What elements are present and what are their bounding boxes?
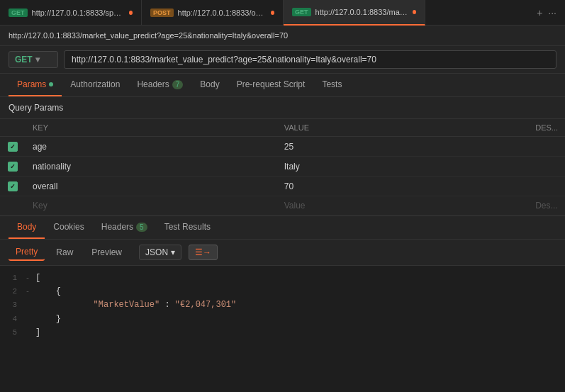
response-toolbar: Pretty Raw Preview JSON ▾ ☰→	[0, 240, 565, 266]
tab-prerequest[interactable]: Pre-request Script	[228, 74, 314, 96]
resp-tab-pretty[interactable]: Pretty	[9, 244, 45, 261]
more-tabs-button[interactable]: ···	[548, 7, 556, 18]
url-input[interactable]	[64, 50, 556, 69]
line-content-1: [	[35, 271, 565, 285]
line-arrow-4	[26, 314, 35, 325]
line-num-1: 1	[0, 272, 26, 285]
line-arrow-5	[26, 327, 35, 339]
col-desc-header: DES...	[528, 119, 565, 137]
tab2-method-badge: POST	[150, 9, 174, 17]
tab-params-label: Params	[17, 79, 46, 89]
response-tab-test-results-label: Test Results	[164, 222, 211, 232]
response-tab-cookies[interactable]: Cookies	[45, 216, 92, 239]
response-tab-headers-label: Headers	[101, 222, 133, 232]
row4-checkbox-cell	[0, 196, 26, 215]
tab2-dot	[271, 11, 274, 15]
row1-checkbox-cell[interactable]	[0, 137, 26, 157]
line-num-4: 4	[0, 313, 26, 326]
row1-desc[interactable]	[528, 137, 565, 157]
row2-checkbox-cell[interactable]	[0, 157, 26, 177]
response-tab-body-label: Body	[17, 222, 36, 232]
row1-value[interactable]: 25	[277, 137, 528, 157]
row4-key-placeholder[interactable]: Key	[26, 196, 277, 215]
wrap-icon: ☰→	[195, 247, 211, 257]
tab-3[interactable]: GET http://127.0.0.1:8833/market_val	[284, 0, 425, 26]
full-url-bar: http://127.0.0.1:8833/market_value_predi…	[0, 26, 565, 46]
row2-desc[interactable]	[528, 157, 565, 177]
table-row: age 25	[0, 137, 565, 157]
tab3-dot	[413, 10, 416, 14]
tab3-method-badge: GET	[292, 8, 311, 16]
tab-params[interactable]: Params	[9, 74, 62, 96]
response-tabs: Body Cookies Headers 5 Test Results	[0, 215, 565, 240]
table-row: nationality Italy	[0, 157, 565, 177]
row2-key[interactable]: nationality	[26, 157, 277, 177]
tab-bar: GET http://127.0.0.1:8833/spots/192C POS…	[0, 0, 565, 26]
row4-value-placeholder[interactable]: Value	[277, 196, 528, 215]
method-chevron: ▾	[35, 55, 40, 65]
tab-tests[interactable]: Tests	[313, 74, 350, 96]
tab-actions: + ···	[528, 7, 565, 18]
method-select[interactable]: GET ▾	[9, 51, 58, 68]
response-headers-badge: 5	[136, 223, 147, 232]
tab-headers-label: Headers	[137, 79, 169, 89]
row1-key[interactable]: age	[26, 137, 277, 157]
format-chevron: ▾	[171, 247, 175, 257]
method-label: GET	[15, 55, 33, 65]
row3-checkbox[interactable]	[8, 181, 18, 191]
response-tab-cookies-label: Cookies	[53, 222, 84, 232]
tab-body-label: Body	[200, 79, 219, 89]
wrap-button[interactable]: ☰→	[189, 245, 218, 260]
tab1-label: http://127.0.0.1:8833/spots/192C	[32, 9, 125, 17]
line-content-4: }	[35, 313, 565, 326]
col-value-header: VALUE	[277, 119, 528, 137]
tab-prerequest-label: Pre-request Script	[237, 79, 306, 89]
response-tab-test-results[interactable]: Test Results	[156, 216, 219, 239]
row3-key[interactable]: overall	[26, 177, 277, 196]
row1-checkbox[interactable]	[8, 142, 18, 152]
format-select[interactable]: JSON ▾	[139, 245, 181, 260]
row2-value[interactable]: Italy	[277, 157, 528, 177]
tab1-method-badge: GET	[9, 9, 28, 17]
full-url-text: http://127.0.0.1:8833/market_value_predi…	[9, 31, 288, 40]
code-line-2: 2 - {	[0, 285, 565, 298]
line-content-3: "MarketValue" : "€2,047,301"	[35, 298, 565, 312]
code-line-1: 1 - [	[0, 271, 565, 285]
tab-body[interactable]: Body	[191, 74, 228, 96]
nav-tabs: Params Authorization Headers 7 Body Pre-…	[0, 74, 565, 97]
line-arrow-2: -	[26, 286, 35, 298]
response-tab-body[interactable]: Body	[9, 216, 45, 239]
code-line-5: 5 ]	[0, 326, 565, 340]
row3-desc[interactable]	[528, 177, 565, 196]
tab-headers[interactable]: Headers 7	[128, 74, 191, 96]
tab1-dot	[129, 11, 133, 15]
line-num-2: 2	[0, 286, 26, 298]
row3-value[interactable]: 70	[277, 177, 528, 196]
params-table: KEY VALUE DES... age 25 nationality Ital…	[0, 119, 565, 215]
tab-2[interactable]: POST http://127.0.0.1:8833/optimize/	[142, 0, 284, 26]
response-key: "MarketValue"	[52, 300, 160, 310]
tab-1[interactable]: GET http://127.0.0.1:8833/spots/192C	[0, 0, 142, 26]
tab3-label: http://127.0.0.1:8833/market_val	[315, 8, 408, 16]
row2-checkbox[interactable]	[8, 162, 18, 172]
code-line-3: 3 "MarketValue" : "€2,047,301"	[0, 298, 565, 312]
format-label: JSON	[145, 247, 168, 257]
line-num-5: 5	[0, 327, 26, 340]
resp-tab-preview[interactable]: Preview	[84, 245, 129, 260]
response-value: "€2,047,301"	[175, 300, 236, 310]
line-num-3: 3	[0, 299, 26, 312]
resp-tab-raw[interactable]: Raw	[49, 245, 80, 260]
tab-authorization[interactable]: Authorization	[62, 74, 128, 96]
add-tab-button[interactable]: +	[537, 7, 542, 18]
row3-checkbox-cell[interactable]	[0, 177, 26, 196]
code-line-4: 4 }	[0, 313, 565, 326]
line-content-2: {	[35, 285, 565, 298]
response-tab-headers[interactable]: Headers 5	[93, 216, 156, 239]
table-row-placeholder: Key Value Des...	[0, 196, 565, 215]
line-content-5: ]	[35, 326, 565, 340]
col-key-header: KEY	[26, 119, 277, 137]
headers-badge: 7	[172, 80, 184, 89]
tab-tests-label: Tests	[322, 79, 342, 89]
tab-authorization-label: Authorization	[70, 79, 120, 89]
row4-desc-placeholder[interactable]: Des...	[528, 196, 565, 215]
